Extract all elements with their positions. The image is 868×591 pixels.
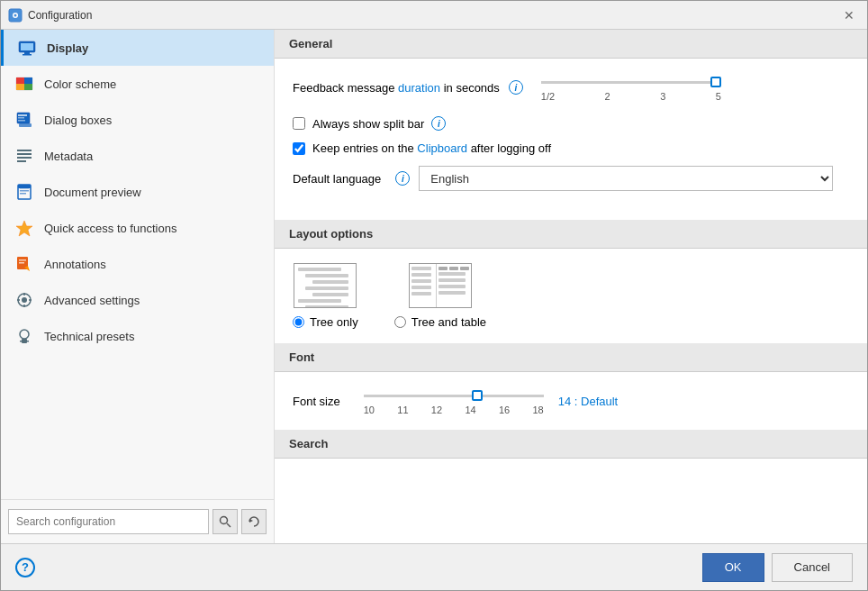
tree-only-radio-label[interactable]: Tree only [293,315,358,329]
svg-rect-6 [23,54,32,56]
svg-point-2 [14,14,17,16]
tree-only-option: Tree only [293,263,358,329]
language-select[interactable]: English [419,166,833,191]
svg-rect-34 [23,305,25,307]
sidebar-item-display-label: Display [47,41,88,55]
feedback-slider-thumb[interactable] [710,77,721,87]
title-bar: Configuration ✕ [1,1,867,30]
sidebar-item-docpreview-label: Document preview [44,186,141,199]
sidebar-item-display[interactable]: Display [1,30,274,66]
svg-rect-13 [19,123,32,127]
font-slider-line [364,395,544,397]
split-bar-checkbox[interactable] [293,117,305,130]
cancel-button[interactable]: Cancel [772,553,853,582]
svg-rect-29 [19,262,24,264]
svg-rect-10 [16,84,24,90]
svg-line-41 [227,523,231,527]
svg-rect-15 [18,117,24,119]
svg-rect-25 [18,185,31,188]
dialog-boxes-icon [15,111,33,129]
svg-rect-16 [18,120,25,122]
sidebar-item-advanced-settings[interactable]: Advanced settings [1,282,274,318]
ok-button[interactable]: OK [702,553,764,582]
tree-table-radio-label[interactable]: Tree and table [394,315,486,329]
font-slider-area: 10 11 12 14 16 18 [364,386,544,415]
configuration-window: Configuration ✕ Display [0,0,868,591]
font-section-body: Font size 10 11 12 14 16 [275,372,867,430]
svg-rect-35 [17,299,20,301]
feedback-label: Feedback message duration in seconds [293,81,500,95]
split-bar-info-icon[interactable]: i [431,116,446,131]
search-input[interactable] [8,509,209,534]
feedback-slider-labels: 1/2 2 3 5 [541,91,721,102]
clipboard-row: Keep entries on the Clipboard after logg… [293,141,849,155]
feedback-row: Feedback message duration in seconds i 1… [293,73,849,102]
svg-point-40 [221,517,228,524]
clipboard-label[interactable]: Keep entries on the Clipboard after logg… [312,141,551,155]
close-button[interactable]: ✕ [838,5,860,26]
svg-rect-28 [19,259,26,261]
feedback-slider-container: 1/2 2 3 5 [541,73,721,102]
tree-table-option: Tree and table [394,263,486,329]
feedback-label-pre: Feedback message [293,81,398,95]
search-button[interactable] [212,509,238,534]
language-info-icon[interactable]: i [395,171,410,186]
sidebar-item-dialog-boxes[interactable]: Dialog boxes [1,102,274,138]
font-size-row: Font size 10 11 12 14 16 [293,386,849,415]
font-slider-track[interactable] [364,386,544,405]
svg-rect-5 [24,52,30,54]
svg-point-32 [22,297,27,303]
svg-rect-17 [17,150,32,151]
sidebar-item-annotations-label: Annotations [44,258,106,271]
tree-table-preview [409,263,472,308]
tree-table-radio[interactable] [394,316,406,328]
sidebar-item-quick-access[interactable]: Quick access to functions [1,210,274,246]
svg-rect-23 [20,190,29,192]
layout-section-header: Layout options [275,220,867,249]
sidebar-item-annotations[interactable]: Annotations [1,246,274,282]
sidebar-item-advanced-label: Advanced settings [44,294,140,307]
svg-rect-24 [20,193,26,195]
content-area: Display Color scheme [1,30,867,543]
feedback-slider-track[interactable] [541,73,721,91]
font-slider-thumb[interactable] [472,390,483,401]
sidebar-item-dialog-label: Dialog boxes [44,114,112,127]
sidebar-item-metadata[interactable]: Metadata [1,138,274,174]
tree-only-radio[interactable] [293,316,304,328]
reset-search-button[interactable] [241,509,267,534]
search-area [1,499,274,543]
general-section-body: Feedback message duration in seconds i 1… [275,59,867,220]
language-row: Default language i English [293,166,849,191]
sidebar-item-technical-label: Technical presets [44,330,134,343]
svg-rect-14 [18,114,27,116]
help-button[interactable]: ? [15,558,35,577]
svg-rect-36 [29,299,32,301]
sidebar-item-technical-presets[interactable]: Technical presets [1,318,274,354]
font-section-header: Font [275,343,867,372]
font-size-label: Font size [293,395,340,408]
feedback-slider-line [541,81,721,84]
language-label: Default language [293,172,381,186]
annotations-icon [15,255,33,273]
main-content: General Feedback message duration in sec… [275,30,867,543]
svg-rect-39 [20,341,29,342]
title-bar-left: Configuration [8,8,92,23]
svg-marker-26 [16,221,32,236]
svg-rect-11 [24,84,32,90]
sidebar-item-document-preview[interactable]: Document preview [1,174,274,210]
sidebar-item-color-scheme[interactable]: Color scheme [1,66,274,102]
svg-rect-4 [21,43,33,50]
bottom-bar: ? OK Cancel [1,543,867,590]
clipboard-checkbox[interactable] [293,142,305,155]
tree-only-preview [294,263,357,308]
config-icon [8,8,23,23]
feedback-label-highlight: duration [398,81,440,95]
split-bar-row: Always show split bar i [293,116,849,131]
search-icon [219,515,231,528]
feedback-info-icon[interactable]: i [509,80,523,95]
sidebar: Display Color scheme [1,30,275,543]
svg-rect-9 [24,77,32,84]
split-bar-label[interactable]: Always show split bar [312,117,424,131]
document-preview-icon [15,183,33,201]
font-labels: 10 11 12 14 16 18 [364,405,544,415]
